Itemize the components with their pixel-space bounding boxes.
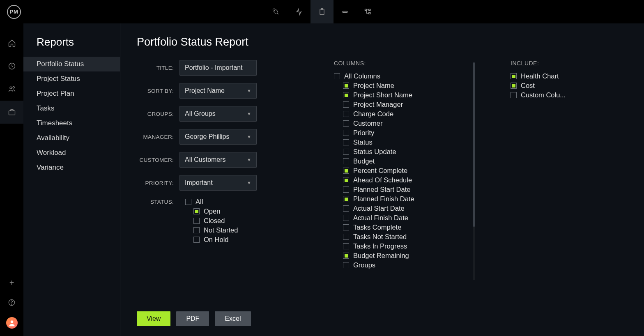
sidebar-item-project-status[interactable]: Project Status	[23, 71, 120, 86]
pdf-button[interactable]: PDF	[176, 311, 209, 326]
chevron-down-icon: ▼	[247, 134, 251, 139]
chevron-down-icon: ▼	[247, 157, 251, 162]
sidebar-item-timesheets[interactable]: Timesheets	[23, 116, 120, 131]
scrollbar[interactable]	[473, 62, 475, 280]
chevron-down-icon: ▼	[247, 180, 251, 185]
title-input[interactable]: Portfolio - Important	[179, 60, 257, 76]
topbar-nav	[264, 0, 380, 23]
title-label: TITLE:	[137, 65, 174, 71]
columns-heading: COLUMNS:	[334, 60, 465, 67]
groups-select[interactable]: All Groups▼	[179, 106, 257, 122]
column-checkbox-status-update[interactable]: Status Update	[343, 148, 465, 156]
svg-rect-4	[343, 11, 347, 12]
home-icon[interactable]	[0, 32, 23, 55]
column-checkbox-tasks-complete[interactable]: Tasks Complete	[343, 223, 465, 231]
svg-point-13	[12, 304, 12, 304]
status-checkbox-not-started[interactable]: Not Started	[185, 226, 238, 234]
topbar: PM	[0, 0, 644, 23]
clipboard-icon[interactable]	[310, 0, 334, 23]
sidebar-item-project-plan[interactable]: Project Plan	[23, 86, 120, 101]
include-checkbox-custom-colu-[interactable]: Custom Colu...	[511, 91, 593, 99]
column-checkbox-ahead-of-schedule[interactable]: Ahead Of Schedule	[343, 176, 465, 184]
add-icon[interactable]: +	[0, 273, 23, 292]
svg-rect-11	[9, 111, 15, 115]
status-checkbox-closed[interactable]: Closed	[185, 217, 238, 225]
column-checkbox-status[interactable]: Status	[343, 138, 465, 146]
status-label: STATUS:	[137, 199, 174, 245]
view-button[interactable]: View	[137, 311, 170, 326]
column-checkbox-tasks-in-progress[interactable]: Tasks In Progress	[343, 242, 465, 250]
svg-rect-6	[369, 9, 370, 10]
page-title: Portfolio Status Report	[137, 36, 628, 48]
app-logo[interactable]: PM	[7, 5, 21, 19]
svg-point-14	[10, 320, 13, 323]
manager-label: MANAGER:	[137, 134, 174, 140]
search-zoom-icon[interactable]	[264, 0, 288, 23]
column-checkbox-actual-finish-date[interactable]: Actual Finish Date	[343, 214, 465, 222]
sidebar-title: Reports	[23, 36, 120, 57]
sidebar-item-variance[interactable]: Variance	[23, 160, 120, 175]
svg-point-9	[10, 87, 12, 89]
column-checkbox-actual-start-date[interactable]: Actual Start Date	[343, 205, 465, 212]
sidebar-item-portfolio-status[interactable]: Portfolio Status	[23, 57, 120, 71]
content-area: Portfolio Status Report TITLE: Portfolio…	[120, 23, 644, 336]
sidebar-item-availability[interactable]: Availability	[23, 131, 120, 145]
column-checkbox-tasks-not-started[interactable]: Tasks Not Started	[343, 233, 465, 241]
activity-icon[interactable]	[288, 0, 310, 23]
people-icon[interactable]	[0, 78, 23, 101]
column-checkbox-percent-complete[interactable]: Percent Complete	[343, 167, 465, 175]
groups-label: GROUPS:	[137, 111, 174, 117]
columns-all-checkbox[interactable]: All Columns	[334, 72, 465, 80]
column-checkbox-planned-start-date[interactable]: Planned Start Date	[343, 186, 465, 193]
status-checkbox-on-hold[interactable]: On Hold	[185, 236, 238, 244]
clock-icon[interactable]	[0, 55, 23, 78]
filter-form: TITLE: Portfolio - Important SORT BY: Pr…	[137, 60, 289, 307]
left-rail: +	[0, 23, 23, 336]
priority-label: PRIORITY:	[137, 180, 174, 186]
sidebar-item-tasks[interactable]: Tasks	[23, 101, 120, 116]
column-checkbox-priority[interactable]: Priority	[343, 129, 465, 137]
excel-button[interactable]: Excel	[215, 311, 251, 326]
column-checkbox-customer[interactable]: Customer	[343, 120, 465, 127]
svg-point-10	[13, 87, 14, 88]
include-heading: INCLUDE:	[511, 60, 593, 67]
sort-select[interactable]: Project Name▼	[179, 83, 257, 99]
status-checkbox-all[interactable]: All	[185, 198, 238, 206]
hierarchy-icon[interactable]	[356, 0, 380, 23]
briefcase-icon[interactable]	[0, 101, 23, 124]
include-checkbox-health-chart[interactable]: Health Chart	[511, 72, 593, 80]
column-checkbox-groups[interactable]: Groups	[343, 261, 465, 269]
sort-label: SORT BY:	[137, 88, 174, 94]
customer-select[interactable]: All Customers▼	[179, 152, 257, 168]
chevron-down-icon: ▼	[247, 88, 251, 93]
include-section: INCLUDE: Health ChartCostCustom Colu...	[511, 60, 593, 307]
column-checkbox-project-short-name[interactable]: Project Short Name	[343, 91, 465, 99]
user-avatar[interactable]	[6, 317, 18, 329]
link-icon[interactable]	[334, 0, 356, 23]
action-buttons: View PDF Excel	[137, 311, 628, 326]
manager-select[interactable]: George Phillips▼	[179, 129, 257, 145]
customer-label: CUSTOMER:	[137, 157, 174, 163]
svg-rect-7	[369, 12, 370, 14]
status-checkbox-open[interactable]: Open	[185, 207, 238, 215]
sidebar-item-workload[interactable]: Workload	[23, 145, 120, 160]
column-checkbox-project-name[interactable]: Project Name	[343, 82, 465, 90]
column-checkbox-charge-code[interactable]: Charge Code	[343, 110, 465, 118]
svg-point-1	[274, 10, 277, 13]
columns-section: COLUMNS: All Columns Project NameProject…	[334, 60, 465, 307]
priority-select[interactable]: Important▼	[179, 175, 257, 191]
include-checkbox-cost[interactable]: Cost	[511, 82, 593, 90]
column-checkbox-project-manager[interactable]: Project Manager	[343, 101, 465, 108]
reports-sidebar: Reports Portfolio StatusProject StatusPr…	[23, 23, 120, 336]
help-icon[interactable]	[0, 292, 23, 312]
column-checkbox-planned-finish-date[interactable]: Planned Finish Date	[343, 195, 465, 203]
column-checkbox-budget[interactable]: Budget	[343, 157, 465, 165]
column-checkbox-budget-remaining[interactable]: Budget Remaining	[343, 252, 465, 260]
chevron-down-icon: ▼	[247, 111, 251, 116]
